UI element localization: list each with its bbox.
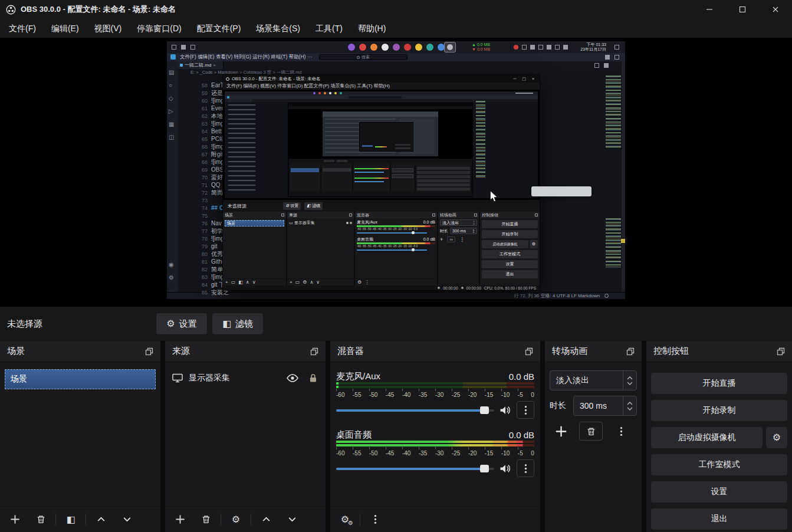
combo-spinner[interactable] bbox=[623, 371, 636, 390]
virtual-cam-config-button[interactable]: ⚙ bbox=[766, 427, 787, 448]
decor bbox=[288, 109, 472, 159]
source-settings-button[interactable]: ⚙ 设置 bbox=[156, 313, 207, 334]
scene-filters-button[interactable]: ◧ bbox=[60, 511, 82, 528]
move-scene-up-button[interactable] bbox=[90, 511, 112, 528]
speaker-icon[interactable] bbox=[499, 405, 511, 415]
transition-select[interactable]: 淡入淡出 bbox=[550, 370, 637, 390]
remove-source-button[interactable] bbox=[195, 511, 217, 528]
start-virtual-cam-button[interactable]: 启动虚拟摄像机 bbox=[651, 427, 763, 448]
channel-menu-button[interactable] bbox=[517, 459, 534, 477]
meter-scale: -60-55-50-45-40-35-30-25-20-15-10-50 bbox=[336, 450, 534, 457]
move-source-up-button[interactable] bbox=[255, 511, 277, 528]
editor-status-text: 行 72, 列 36 空格: 4 UTF-8 LF Markdown bbox=[514, 293, 600, 299]
captured-stream-button: 开始直播 bbox=[482, 220, 538, 228]
duration-label: 时长 bbox=[550, 400, 568, 411]
speaker-icon[interactable] bbox=[499, 464, 511, 474]
chevron-up-icon bbox=[627, 376, 633, 380]
menu-item[interactable]: 工具(T) bbox=[308, 19, 350, 38]
remove-scene-button[interactable] bbox=[29, 511, 52, 528]
captured-filters-button: ◧滤镜 bbox=[304, 202, 323, 210]
decor bbox=[362, 145, 373, 147]
decor bbox=[288, 159, 472, 163]
minimize-button[interactable] bbox=[693, 0, 726, 19]
popout-icon[interactable] bbox=[310, 347, 318, 356]
add-transition-button[interactable] bbox=[551, 422, 571, 440]
move-scene-down-button[interactable] bbox=[116, 511, 138, 528]
channel-menu-button[interactable] bbox=[517, 401, 534, 419]
decor bbox=[288, 192, 472, 196]
move-source-down-button[interactable] bbox=[281, 511, 303, 528]
slider-handle[interactable] bbox=[480, 406, 489, 414]
meter-tick-label: -30 bbox=[435, 392, 443, 398]
settings-gear-icon: ⚙ bbox=[169, 275, 174, 281]
source-properties-button[interactable]: ⚙ bbox=[225, 511, 247, 528]
maximize-button[interactable] bbox=[726, 0, 759, 19]
meter-tick-label: -25 bbox=[452, 450, 460, 457]
scene-list-item[interactable]: 场景 bbox=[5, 369, 156, 389]
menu-item[interactable]: 文件(F) bbox=[1, 19, 44, 38]
start-streaming-button[interactable]: 开始直播 bbox=[651, 373, 787, 394]
line-text: Nav bbox=[211, 220, 222, 226]
start-recording-button[interactable]: 开始录制 bbox=[651, 400, 787, 421]
volume-slider[interactable] bbox=[336, 465, 494, 472]
line-text: EarT bbox=[211, 82, 224, 88]
exit-button[interactable]: 退出 bbox=[651, 508, 787, 530]
controls-dock-header: 控制按钮 bbox=[646, 341, 792, 362]
source-filters-button[interactable]: ◧ 滤镜 bbox=[212, 313, 263, 334]
meter-tick-label: -60 bbox=[336, 392, 344, 398]
popout-icon[interactable] bbox=[777, 347, 785, 356]
menu-item[interactable]: 配置文件(P) bbox=[189, 19, 249, 38]
remove-transition-button[interactable] bbox=[579, 422, 603, 441]
meter-tick-label: -55 bbox=[353, 392, 361, 398]
popout-icon[interactable] bbox=[525, 347, 533, 356]
popout-icon[interactable] bbox=[145, 347, 153, 356]
decor bbox=[324, 92, 326, 94]
captured-vcam-button: 启动虚拟摄像机 bbox=[482, 240, 528, 248]
source-list-item[interactable]: 显示器采集 bbox=[165, 368, 326, 388]
lock-icon[interactable] bbox=[309, 373, 317, 383]
gear-icon: ⚙ bbox=[530, 240, 538, 248]
popout-icon bbox=[349, 214, 352, 216]
decor bbox=[417, 188, 470, 191]
menu-item[interactable]: 帮助(H) bbox=[350, 19, 393, 38]
mixer-channel-desktop: 桌面音频 0.0 dB -60-55-50-45-40-35-30-25-20-… bbox=[336, 429, 534, 477]
advanced-audio-button[interactable]: ⚙ ⚙ bbox=[334, 511, 356, 528]
preview-canvas[interactable]: ▲ 0.0 MB ▼ 0.0 MB 下午 01:33 23年11月17日 文件(… bbox=[0, 38, 792, 307]
captured-obs-preview bbox=[223, 90, 540, 200]
duration-value: 300 ms bbox=[580, 401, 607, 411]
decor bbox=[353, 163, 390, 192]
menu-item[interactable]: 场景集合(S) bbox=[248, 19, 308, 38]
popout-icon[interactable] bbox=[626, 347, 635, 356]
file-icon bbox=[180, 64, 183, 67]
captured-no-source-label: 未选择源 bbox=[228, 203, 247, 209]
account-icon: ◉ bbox=[169, 262, 174, 268]
close-button[interactable] bbox=[759, 0, 792, 19]
chevron-down-icon bbox=[627, 407, 633, 411]
menu-item[interactable]: 停靠窗口(D) bbox=[129, 19, 189, 38]
add-scene-button[interactable] bbox=[4, 511, 26, 528]
decor bbox=[392, 174, 413, 178]
menu-item[interactable]: 视图(V) bbox=[87, 19, 130, 38]
visibility-eye-icon[interactable] bbox=[287, 374, 298, 382]
decor bbox=[354, 172, 384, 173]
line-number: 85 bbox=[199, 290, 208, 295]
studio-mode-button[interactable]: 工作室模式 bbox=[651, 454, 787, 475]
add-source-button[interactable] bbox=[169, 511, 191, 528]
window-title: OBS 30.0.0 - 配置文件: 未命名 - 场景: 未命名 bbox=[21, 4, 176, 15]
captured-obs-menubar: 文件(F) 编辑(E) 视图(V) 停靠窗口(D) 配置文件(P) 场景集合(S… bbox=[223, 83, 540, 90]
slider-handle[interactable] bbox=[480, 465, 489, 472]
gear-icon: ⚙ bbox=[357, 279, 362, 286]
mixer-menu-button[interactable] bbox=[364, 511, 386, 528]
mixer-dock-header: 混音器 bbox=[330, 341, 540, 362]
decor bbox=[227, 96, 229, 98]
meter-tick-label: -45 bbox=[386, 450, 394, 457]
menu-item[interactable]: 编辑(E) bbox=[44, 19, 87, 38]
gear-icon: ⚙ bbox=[232, 515, 240, 524]
transition-menu-button[interactable] bbox=[611, 422, 631, 440]
duration-spinner[interactable] bbox=[623, 396, 636, 415]
decor bbox=[318, 92, 321, 94]
sources-toolbar: ⚙ bbox=[165, 506, 326, 532]
volume-slider[interactable] bbox=[336, 406, 494, 414]
duration-spinbox[interactable]: 300 ms bbox=[573, 396, 637, 416]
settings-button[interactable]: 设置 bbox=[651, 481, 787, 503]
